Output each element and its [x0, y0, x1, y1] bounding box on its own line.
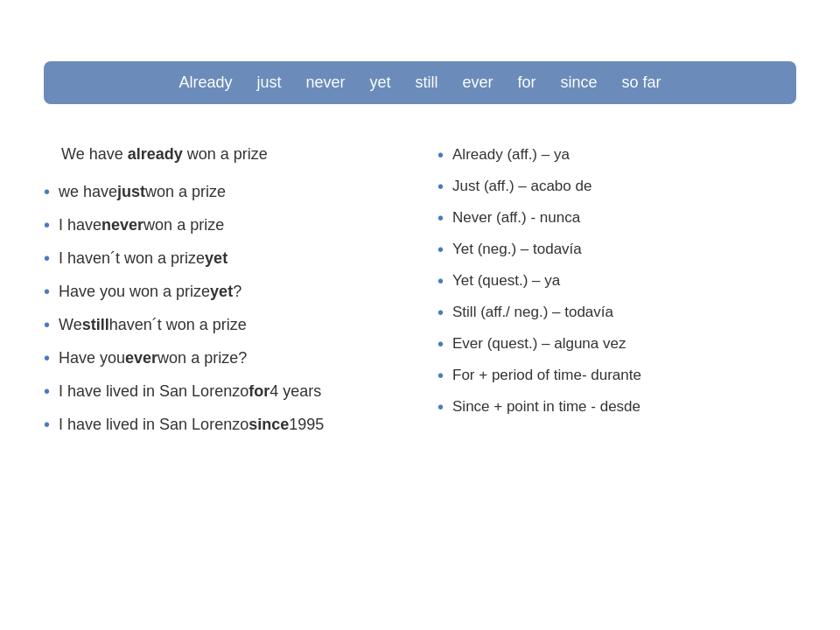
list-item: Have you won a prize yet? — [44, 275, 402, 308]
list-item: I have lived in San Lorenzo for 4 years — [44, 374, 402, 408]
banner-word: so far — [622, 74, 662, 92]
list-item: Since + point in time - desde — [438, 391, 796, 423]
right-column: Already (aff.) – yaJust (aff.) – acabo d… — [438, 139, 796, 441]
translations-list: Already (aff.) – yaJust (aff.) – acabo d… — [438, 139, 796, 423]
list-item: Never (aff.) - nunca — [438, 202, 796, 234]
banner: Alreadyjustneveryetstilleverforsinceso f… — [44, 61, 796, 104]
list-item: I have never won a prize — [44, 208, 402, 242]
list-item: Yet (neg.) – todavía — [438, 234, 796, 265]
banner-word: since — [561, 74, 598, 92]
list-item: I haven´t won a prize yet — [44, 242, 402, 275]
first-sentence: We have already won a prize — [44, 139, 402, 170]
list-item: Just (aff.) – acabo de — [438, 171, 796, 202]
left-column: We have already won a prize we have just… — [44, 139, 402, 441]
banner-word: yet — [369, 74, 390, 92]
list-item: I have lived in San Lorenzo since 1995 — [44, 408, 402, 441]
list-item: we have just won a prize — [44, 175, 402, 208]
list-item: We still haven´t won a prize — [44, 308, 402, 341]
list-item: Still (aff./ neg.) – todavía — [438, 297, 796, 328]
list-item: Already (aff.) – ya — [438, 139, 796, 171]
list-item: Have you ever won a prize? — [44, 341, 402, 374]
list-item: Yet (quest.) – ya — [438, 265, 796, 297]
banner-word: just — [256, 74, 281, 92]
page: Alreadyjustneveryetstilleverforsinceso f… — [0, 0, 840, 630]
banner-word: never — [305, 74, 345, 92]
banner-word: ever — [463, 74, 494, 92]
banner-word: Already — [178, 74, 232, 92]
list-item: For + period of time- durante — [438, 360, 796, 391]
list-item: Ever (quest.) – alguna vez — [438, 328, 796, 360]
banner-word: still — [416, 74, 438, 92]
content-area: We have already won a prize we have just… — [44, 139, 796, 441]
sentences-list: we have just won a prizeI have never won… — [44, 175, 402, 441]
banner-word: for — [518, 74, 536, 92]
